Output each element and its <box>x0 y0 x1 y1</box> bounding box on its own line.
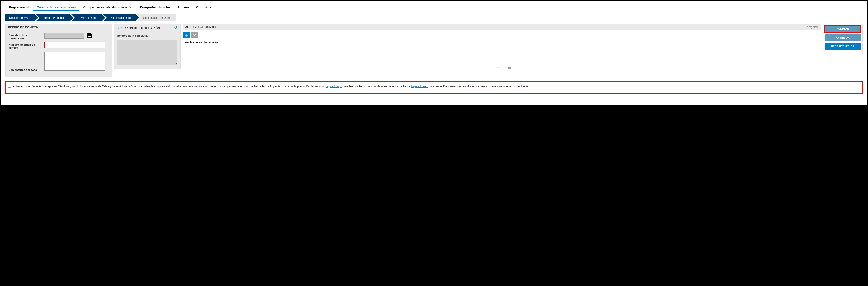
tab-home[interactable]: Página inicial <box>5 4 33 11</box>
terms-link-1[interactable]: haga clic aquí <box>326 85 342 88</box>
tab-create-repair-order[interactable]: Crear orden de reparación <box>33 4 80 11</box>
accept-terms-checkbox[interactable] <box>8 87 11 91</box>
billing-address-panel: DIRECCIÓN DE FACTURACIÓN Nombre de la co… <box>114 24 181 69</box>
billing-address-title: DIRECCIÓN DE FACTURACIÓN <box>117 27 160 30</box>
need-help-button[interactable]: NECESITO AYUDA <box>825 43 861 50</box>
po-number-label: Número de orden de compra <box>8 42 42 49</box>
step-review-cart[interactable]: Revise el carrito <box>71 14 102 21</box>
step-shipping-details[interactable]: Detalles de envío <box>5 14 35 21</box>
document-icon[interactable] <box>87 33 92 38</box>
company-name-label: Nombre de la compañía <box>117 34 178 37</box>
terms-section: Al hacer clic en "Aceptar", acepta los T… <box>5 81 863 94</box>
tab-check-entitlement[interactable]: Comprobar derecho <box>136 4 174 11</box>
pager-first-icon[interactable]: ⏮ <box>492 66 495 69</box>
attachments-title: ARCHIVOS ADJUNTOS <box>185 26 217 29</box>
transaction-amount-field <box>44 33 84 39</box>
actions-panel: ACEPTAR ANTERIOR NECESITO AYUDA <box>823 24 863 54</box>
attachments-panel: ARCHIVOS ADJUNTOS Sin registros Nombre d… <box>183 24 821 71</box>
add-attachment-button[interactable] <box>183 32 190 38</box>
purchase-order-panel: PEDIDO DE COMPRA Cantidad de la transacc… <box>5 24 112 77</box>
wizard-steps: Detalles de envío Agregar Productos Revi… <box>5 14 863 21</box>
po-number-input[interactable] <box>44 42 105 48</box>
accept-button[interactable]: ACEPTAR <box>825 26 861 32</box>
tab-contracts[interactable]: Contratos <box>192 4 215 11</box>
previous-button[interactable]: ANTERIOR <box>825 34 861 41</box>
attachment-pager[interactable]: ⏮ ◀◀ ▶▶ ⏭ <box>183 65 821 71</box>
terms-link-2[interactable]: haga clic aquí <box>411 85 428 88</box>
payment-comments-input[interactable] <box>44 52 105 71</box>
svg-rect-3 <box>185 35 188 36</box>
attachment-name-column: Nombre del archivo adjunto <box>183 40 821 45</box>
pager-prev-icon[interactable]: ◀◀ <box>497 66 501 69</box>
svg-point-0 <box>175 26 177 28</box>
pager-next-icon[interactable]: ▶▶ <box>503 66 507 69</box>
terms-text-1: Al hacer clic en "Aceptar", acepta los T… <box>13 85 326 88</box>
terms-text-2: para leer los Términos y condiciones de … <box>343 85 411 88</box>
top-nav: Página inicial Crear orden de reparación… <box>5 3 863 11</box>
tab-check-repair-status[interactable]: Comprobar estado de reparación <box>80 4 136 11</box>
step-payment-details[interactable]: Detalles del pago <box>103 14 135 21</box>
attachment-list <box>183 45 821 65</box>
svg-line-1 <box>177 28 178 29</box>
payment-comments-label: Comentarios del pago <box>8 68 42 71</box>
company-name-input[interactable] <box>117 40 178 65</box>
tab-assets[interactable]: Activos <box>174 4 192 11</box>
pager-last-icon[interactable]: ⏭ <box>508 66 512 69</box>
terms-text: Al hacer clic en "Aceptar", acepta los T… <box>13 84 529 88</box>
no-records-label: Sin registros <box>804 26 818 29</box>
step-add-products[interactable]: Agregar Productos <box>36 14 70 21</box>
step-order-confirmation: Confirmación de Orden <box>136 14 176 21</box>
delete-attachment-button[interactable] <box>191 32 198 38</box>
search-icon[interactable] <box>174 26 178 30</box>
purchase-order-title: PEDIDO DE COMPRA <box>8 26 38 29</box>
terms-text-3: para leer el Documento de descripción de… <box>429 85 529 88</box>
transaction-amount-label: Cantidad de la transacción <box>8 33 42 40</box>
